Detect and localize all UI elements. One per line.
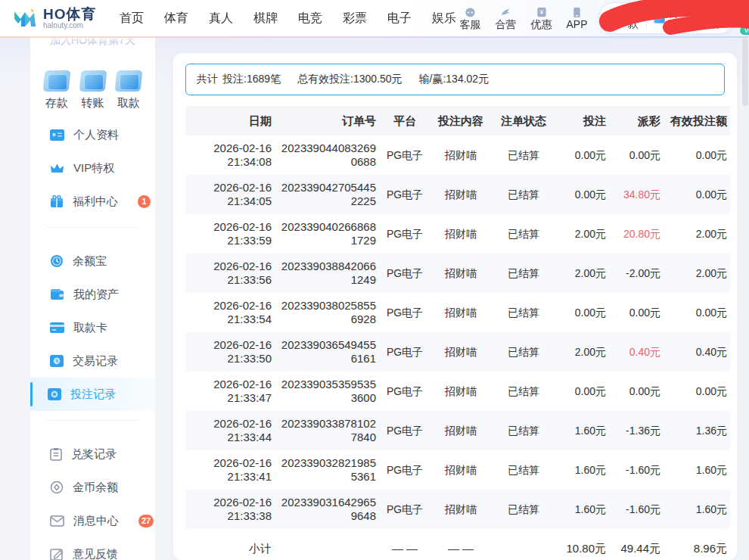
logo-m-icon bbox=[12, 7, 38, 30]
sidebar-transfer-button[interactable]: 转账 bbox=[80, 70, 106, 110]
valid-bet-cell: 0.00元 bbox=[664, 372, 730, 411]
payout-cell: 34.80元 bbox=[609, 175, 664, 214]
sidebar-divider bbox=[47, 227, 138, 228]
sidebar-item-feedback[interactable]: 意见反馈 bbox=[50, 537, 155, 560]
table-row: 2026-02-16 21:33:44 2023390338781027840 … bbox=[185, 411, 730, 450]
bet-amount-cell: 0.00元 bbox=[556, 293, 609, 332]
payout-cell: -2.00元 bbox=[609, 254, 664, 293]
bet-amount-cell: 2.00元 bbox=[556, 254, 609, 293]
brand-name: HO体育 bbox=[43, 8, 97, 21]
bet-amount-cell: 1.60元 bbox=[556, 490, 609, 529]
sidebar-item-bet-records[interactable]: 投注记录 bbox=[30, 378, 155, 411]
withdraw-button[interactable]: 取款 bbox=[686, 8, 726, 29]
payout-cell: 0.00元 bbox=[609, 293, 664, 332]
page-scrollbar[interactable] bbox=[741, 0, 749, 560]
sidebar-item-yuebao[interactable]: 余额宝 bbox=[50, 244, 155, 278]
status-cell: 已结算 bbox=[491, 411, 556, 450]
coin-icon bbox=[50, 481, 64, 494]
status-cell: 已结算 bbox=[491, 372, 556, 411]
promotions-button[interactable]: ¥ 优惠 bbox=[527, 6, 555, 30]
table-row: 2026-02-16 21:33:59 2023390402668681729 … bbox=[185, 214, 730, 254]
summary-winloss: 输/赢:134.02元 bbox=[419, 73, 489, 86]
nav-slots[interactable]: 电子 bbox=[387, 11, 412, 26]
sidebar-deposit-button[interactable]: 存款 bbox=[44, 70, 70, 110]
left-gutter bbox=[0, 36, 30, 560]
platform-cell: PG电子 bbox=[379, 135, 430, 175]
bet-content-cell: 招财喵 bbox=[430, 332, 491, 372]
table-row: 2026-02-16 21:33:54 2023390380258556928 … bbox=[185, 293, 730, 332]
order-number: 2023390440832690688 bbox=[281, 142, 376, 169]
nav-lottery[interactable]: 彩票 bbox=[343, 11, 367, 26]
bet-datetime: 2026-02-16 21:33:47 bbox=[196, 378, 272, 405]
customer-service-button[interactable]: 客服 bbox=[456, 6, 484, 30]
bank-card-icon bbox=[50, 322, 64, 333]
valid-bet-cell: 0.40元 bbox=[664, 332, 730, 372]
bet-datetime: 2026-02-16 21:34:05 bbox=[196, 181, 272, 208]
bet-amount-cell: 0.00元 bbox=[556, 135, 609, 175]
nav-sports[interactable]: 体育 bbox=[164, 11, 188, 26]
table-row: 2026-02-16 21:33:50 2023390365494556161 … bbox=[185, 332, 730, 372]
order-number: 2023390338781027840 bbox=[281, 417, 376, 444]
transaction-record-icon bbox=[50, 355, 64, 367]
sidebar-item-assets[interactable]: 我的资产 bbox=[50, 278, 155, 311]
assets-wallet-icon bbox=[50, 288, 64, 300]
table-row: 2026-02-16 21:33:56 2023390388420661249 … bbox=[185, 254, 730, 293]
partner-button[interactable]: 合营 bbox=[492, 6, 520, 30]
top-header: HO体育 halouty.com 首页 体育 真人 棋牌 电竞 彩票 电子 娱乐… bbox=[0, 0, 749, 36]
nav-cards[interactable]: 棋牌 bbox=[253, 11, 278, 26]
bet-record-icon bbox=[48, 388, 61, 400]
bet-amount-cell: 2.00元 bbox=[556, 332, 609, 372]
welfare-count-badge: 1 bbox=[138, 195, 151, 208]
nav-entertainment[interactable]: 娱乐 bbox=[432, 11, 456, 26]
main-nav: 首页 体育 真人 棋牌 电竞 彩票 电子 娱乐 bbox=[120, 11, 456, 26]
subtotal-platform: — — bbox=[379, 529, 430, 560]
partner-icon bbox=[500, 6, 511, 18]
sidebar-item-vip[interactable]: VIP特权 bbox=[50, 151, 155, 185]
headset-icon bbox=[465, 6, 476, 18]
crown-icon bbox=[50, 163, 64, 174]
nav-live[interactable]: 真人 bbox=[209, 11, 233, 26]
bet-amount-cell: 0.00元 bbox=[556, 372, 609, 411]
brand-logo[interactable]: HO体育 halouty.com bbox=[0, 7, 113, 30]
status-cell: 已结算 bbox=[491, 214, 556, 254]
sidebar-item-prize-records[interactable]: 兑奖记录 bbox=[50, 437, 155, 471]
nav-esports[interactable]: 电竞 bbox=[298, 11, 322, 26]
deposit-button[interactable]: 存款 bbox=[607, 8, 646, 29]
user-avatar[interactable]: VIP0 bbox=[742, 4, 749, 33]
payout-cell: -1.60元 bbox=[609, 490, 664, 529]
bet-datetime: 2026-02-16 21:33:41 bbox=[196, 456, 272, 484]
envelope-icon bbox=[50, 515, 64, 527]
bet-content-cell: 招财喵 bbox=[430, 214, 491, 254]
valid-bet-cell: 0.00元 bbox=[664, 135, 730, 175]
sidebar-item-transaction-records[interactable]: 交易记录 bbox=[50, 344, 155, 378]
payout-cell: -1.60元 bbox=[609, 450, 664, 490]
bet-datetime: 2026-02-16 21:34:08 bbox=[196, 142, 272, 169]
nav-home[interactable]: 首页 bbox=[120, 11, 144, 26]
payout-cell: 20.80元 bbox=[609, 214, 664, 254]
deposit-wallet-icon bbox=[44, 70, 70, 92]
sidebar-item-welfare[interactable]: 福利中心 1 bbox=[50, 185, 155, 218]
order-number: 2023390427054452225 bbox=[281, 181, 376, 208]
transfer-button[interactable]: 转账 bbox=[646, 8, 686, 29]
sidebar-item-withdraw-card[interactable]: 取款卡 bbox=[50, 311, 155, 344]
valid-bet-cell: 0.00元 bbox=[664, 175, 730, 214]
valid-bet-cell: 2.00元 bbox=[664, 254, 730, 293]
app-download-button[interactable]: APP bbox=[563, 6, 591, 30]
order-number: 2023390328219855361 bbox=[281, 456, 376, 484]
sidebar-item-message-center[interactable]: 消息中心 27 bbox=[50, 504, 155, 537]
bet-amount-cell: 1.60元 bbox=[556, 450, 609, 490]
scrollbar-thumb[interactable] bbox=[742, 38, 748, 106]
subtotal-valid: 8.96元 bbox=[664, 529, 730, 560]
sidebar-item-profile[interactable]: 个人资料 bbox=[50, 118, 155, 151]
deposit-icon bbox=[614, 14, 625, 23]
order-number: 2023390402668681729 bbox=[281, 220, 376, 247]
table-row: 2026-02-16 21:33:38 2023390316429659648 … bbox=[185, 490, 730, 529]
id-card-icon bbox=[50, 129, 64, 141]
promo-icon: ¥ bbox=[536, 6, 547, 18]
valid-bet-cell: 1.60元 bbox=[664, 490, 730, 529]
sidebar-withdraw-button[interactable]: 取款 bbox=[116, 70, 141, 110]
svg-text:¥: ¥ bbox=[539, 8, 543, 16]
bet-datetime: 2026-02-16 21:33:38 bbox=[196, 496, 272, 523]
sidebar-item-coin-balance[interactable]: 金币余额 bbox=[50, 471, 155, 504]
subtotal-label: 小计 bbox=[196, 542, 272, 555]
